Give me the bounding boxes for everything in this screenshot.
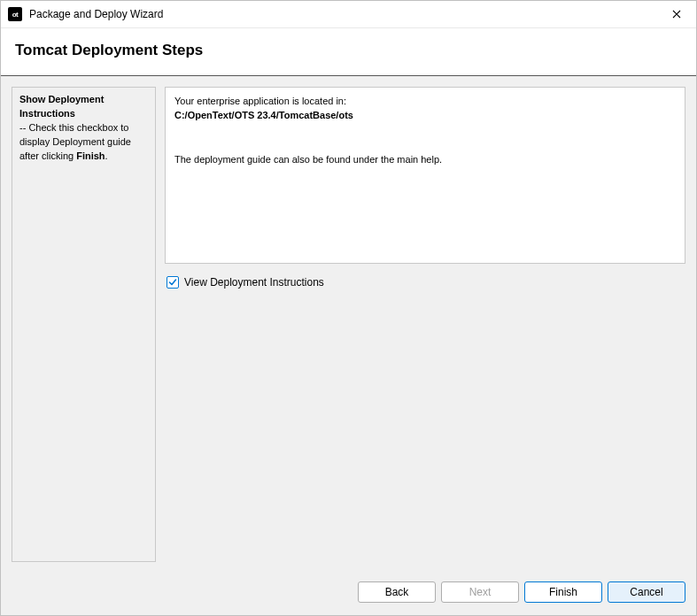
side-heading: Show Deployment Instructions bbox=[19, 93, 148, 121]
side-desc-suffix: . bbox=[105, 150, 108, 161]
side-panel: Show Deployment Instructions -- Check th… bbox=[12, 87, 156, 562]
cancel-button[interactable]: Cancel bbox=[608, 581, 685, 603]
side-desc-text: -- Check this checkbox to display Deploy… bbox=[19, 122, 131, 161]
back-button[interactable]: Back bbox=[358, 581, 436, 603]
window-title: Package and Deploy Wizard bbox=[29, 8, 656, 20]
app-path: C:/OpenText/OTS 23.4/TomcatBase/ots bbox=[174, 109, 676, 123]
help-note: The deployment guide can also be found u… bbox=[174, 153, 676, 167]
side-desc-bold: Finish bbox=[76, 150, 105, 161]
finish-button[interactable]: Finish bbox=[524, 581, 602, 603]
app-icon: ot bbox=[8, 7, 22, 21]
view-instructions-checkbox[interactable] bbox=[167, 276, 179, 289]
page-title: Tomcat Deployment Steps bbox=[15, 42, 682, 59]
info-box: Your enterprise application is located i… bbox=[165, 87, 685, 264]
main-panel: Your enterprise application is located i… bbox=[165, 87, 685, 562]
view-instructions-label[interactable]: View Deployment Instructions bbox=[184, 276, 324, 289]
intro-text: Your enterprise application is located i… bbox=[174, 95, 676, 109]
next-button: Next bbox=[441, 581, 519, 603]
side-description: -- Check this checkbox to display Deploy… bbox=[19, 121, 148, 164]
wizard-header: Tomcat Deployment Steps bbox=[1, 28, 696, 76]
close-icon bbox=[672, 10, 681, 19]
view-instructions-row: View Deployment Instructions bbox=[165, 264, 685, 301]
checkmark-icon bbox=[168, 278, 177, 287]
footer: Back Next Finish Cancel bbox=[1, 573, 696, 615]
titlebar: ot Package and Deploy Wizard bbox=[1, 1, 696, 28]
content-area: Show Deployment Instructions -- Check th… bbox=[1, 76, 696, 573]
close-button[interactable] bbox=[656, 1, 696, 28]
